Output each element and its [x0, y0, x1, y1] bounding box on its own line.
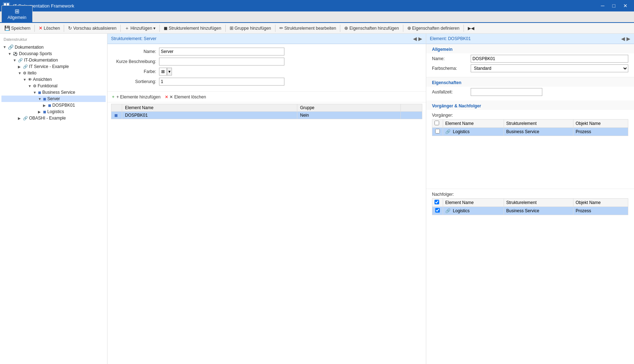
nachfolger-select-all[interactable]: [434, 200, 439, 204]
tree-icon-dospbk01: ◼: [48, 103, 51, 108]
define-properties-button[interactable]: ⊕ Eigenschaften definieren: [405, 25, 462, 31]
toolbar-sep-2: [64, 25, 64, 32]
tree-item-server[interactable]: ▼ ◼ Server: [1, 96, 106, 102]
nachfolger-section: Nachfolger: Element Name Strukturelement…: [426, 189, 634, 218]
tree-icon-itelio: ⚙: [23, 71, 27, 76]
tree-item-itelio[interactable]: ▼ ⚙ itelio: [1, 70, 106, 76]
right-panel: Element: DOSPBK01 ◀ ▶ Allgemein Name: Fa…: [426, 34, 634, 364]
add-structure-button[interactable]: ◼ Strukturelement hinzufügen: [162, 25, 224, 31]
right-panel-title: Element: DOSPBK01: [430, 36, 471, 41]
table-row[interactable]: ◼ DOSPBK01 Nein: [111, 112, 422, 119]
vorgaenger-strukturelement-cell: Business Service: [504, 128, 573, 136]
tree-item-funktional[interactable]: ▼ ⚙ Funktional: [1, 83, 106, 89]
right-form-select-farbschema[interactable]: Standard Blau Rot Grün: [471, 64, 628, 72]
tab-bar: ⊞ Allgemein: [0, 11, 634, 23]
vorgaenger-section: Vorgänger: Element Name Strukturelement …: [426, 110, 634, 139]
nachfolger-row-icon: 🔗: [445, 208, 451, 213]
tree-label-it-doku: IT-Dokumentation: [24, 58, 58, 63]
add-dropdown-arrow: ▾: [153, 26, 155, 31]
nachfolger-objekt-cell: Prozess: [573, 207, 628, 215]
nachfolger-strukturelement-cell: Business Service: [504, 207, 573, 215]
add-properties-button[interactable]: ⊕ Eigenschaften hinzufügen: [342, 25, 401, 31]
tree-icon-logistics: ◼: [43, 110, 46, 114]
add-button[interactable]: ＋ Hinzufügen ▾: [123, 24, 158, 32]
right-nav-next[interactable]: ▶: [626, 36, 630, 42]
tree-item-it-service-example[interactable]: ▶ 🔗 IT Service - Example: [1, 63, 106, 70]
nachfolger-table: Element Name Strukturelement Objekt Name…: [432, 198, 628, 215]
tree-item-dokumentation[interactable]: ▼ 🔗 Dokumentation: [1, 44, 106, 50]
tree-item-docusnap-sports[interactable]: ▼ ⚽ Docusnap Sports: [1, 50, 106, 57]
tab-allgemein[interactable]: ⊞ Allgemein: [1, 5, 33, 22]
tree-toggle-logistics: ▶: [38, 110, 43, 114]
nachfolger-empty-space: [426, 218, 634, 364]
vorgaenger-row-check[interactable]: [435, 129, 440, 134]
tree-item-business-service[interactable]: ▼ ◼ Business Service: [1, 89, 106, 96]
tree-label-obashi: OBASHI - Example: [29, 116, 66, 121]
form-label-sort: Sortierung:: [113, 79, 156, 84]
center-nav-next[interactable]: ▶: [418, 36, 422, 42]
ncol-name: Element Name: [443, 199, 504, 207]
form-color-picker[interactable]: ⊠ ▾: [159, 68, 172, 76]
tree-icon-dokumentation: 🔗: [8, 44, 14, 50]
add-group-button[interactable]: ⊞ Gruppe hinzufügen: [227, 25, 273, 31]
tree-item-ansichten[interactable]: ▼ 👁 Ansichten: [1, 76, 106, 83]
form-input-sort[interactable]: [159, 78, 284, 86]
right-nav-prev[interactable]: ◀: [621, 36, 625, 42]
toolbar-sep-5: [225, 25, 226, 32]
edit-structure-icon: ✏: [279, 25, 283, 31]
tree-label-funktional: Funktional: [38, 83, 57, 88]
form-input-name[interactable]: [159, 48, 284, 55]
vcol-name: Element Name: [443, 120, 504, 128]
more-button[interactable]: ▶◀: [466, 25, 476, 31]
vcol-strukturelement: Strukturelement: [504, 120, 573, 128]
nachfolger-row[interactable]: 🔗 Logistics Business Service Prozess: [432, 207, 628, 215]
delete-element-icon: ✕: [165, 94, 168, 100]
prop-label-ausfallzeit: Ausfallzeit:: [432, 89, 468, 94]
add-icon: ＋: [125, 25, 129, 31]
tree-toggle-funktional: ▼: [28, 84, 33, 88]
tree-label-server: Server: [47, 96, 60, 101]
center-table-wrapper: Element Name Gruppe ◼ DOSPBK01 Nein: [107, 102, 426, 364]
tree-label-dospbk01: DOSPBK01: [52, 103, 75, 108]
tree-label-itelio: itelio: [28, 71, 37, 76]
vorgaenger-row[interactable]: 🔗 Logistics Business Service Prozess: [432, 128, 628, 136]
tree-toggle-ansichten: ▼: [23, 78, 28, 82]
form-input-desc[interactable]: [159, 58, 284, 65]
form-color-box: ⊠: [159, 68, 167, 76]
form-color-arrow[interactable]: ▾: [167, 68, 172, 76]
right-panel-header: Element: DOSPBK01 ◀ ▶: [426, 34, 634, 44]
delete-button[interactable]: ✕ Löschen: [37, 25, 62, 31]
form-row-desc: Kurze Beschreibung:: [113, 58, 420, 65]
delete-element-button[interactable]: ✕ ✕ Element löschen: [165, 94, 206, 100]
tree-icon-ansichten: 👁: [28, 77, 32, 82]
form-label-desc: Kurze Beschreibung:: [113, 59, 156, 64]
center-table-head: Element Name Gruppe: [111, 104, 422, 112]
row-icon-cell: ◼: [111, 112, 122, 119]
vorgaenger-label: Vorgänger:: [432, 111, 628, 118]
row-name-cell: DOSPBK01: [122, 112, 297, 119]
maximize-button[interactable]: □: [609, 1, 619, 10]
prop-input-ausfallzeit[interactable]: [471, 88, 542, 96]
col-header-icon: [111, 104, 122, 112]
edit-structure-button[interactable]: ✏ Strukturelement bearbeiten: [277, 25, 338, 31]
vorgaenger-select-all[interactable]: [434, 121, 439, 125]
tree-item-dospbk01[interactable]: ▶ ◼ DOSPBK01: [1, 102, 106, 108]
right-panel-nav: ◀ ▶: [621, 36, 630, 42]
tree-item-logistics[interactable]: ▶ ◼ Logistics: [1, 108, 106, 115]
save-button[interactable]: 💾 Speichern: [2, 25, 33, 31]
refresh-button[interactable]: ↻ Vorschau aktualisieren: [66, 25, 119, 31]
row-extra-cell: [401, 112, 422, 119]
minimize-button[interactable]: ─: [597, 1, 608, 10]
nachfolger-table-head: Element Name Strukturelement Objekt Name: [432, 199, 628, 207]
center-nav-prev[interactable]: ◀: [413, 36, 417, 42]
form-label-name: Name:: [113, 49, 156, 54]
properties-section: Ausfallzeit:: [426, 87, 634, 101]
add-elements-button[interactable]: ＋ + Elemente hinzufügen: [111, 94, 160, 100]
right-form-input-name[interactable]: [471, 55, 628, 63]
tree-item-it-doku[interactable]: ▼ 🔗 IT-Dokumentation: [1, 57, 106, 63]
tree-item-obashi[interactable]: ▶ 🔗 OBASHI - Example: [1, 115, 106, 121]
tree-label-ansichten: Ansichten: [33, 77, 52, 82]
close-button[interactable]: ✕: [620, 1, 631, 10]
nachfolger-row-check[interactable]: [435, 208, 440, 213]
center-panel: Strukturelement: Server ◀ ▶ Name: Kurze …: [107, 34, 426, 364]
